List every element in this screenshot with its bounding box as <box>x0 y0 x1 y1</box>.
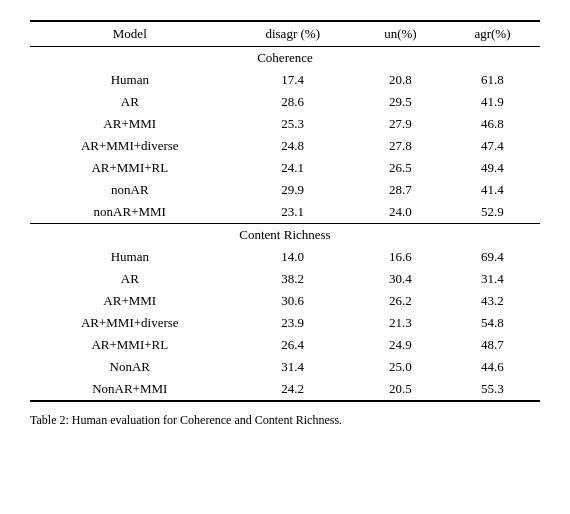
table-row: NonAR+MMI24.220.555.3 <box>30 378 540 401</box>
col-un: un(%) <box>356 21 445 47</box>
results-table: Model disagr (%) un(%) agr(%) CoherenceH… <box>30 20 540 402</box>
table-row: AR28.629.541.9 <box>30 91 540 113</box>
table-container: Model disagr (%) un(%) agr(%) CoherenceH… <box>30 20 540 429</box>
table-row: AR+MMI+RL26.424.948.7 <box>30 334 540 356</box>
col-model: Model <box>30 21 230 47</box>
table-row: AR38.230.431.4 <box>30 268 540 290</box>
table-row: AR+MMI+diverse24.827.847.4 <box>30 135 540 157</box>
table-row: Human14.016.669.4 <box>30 246 540 268</box>
table-row: NonAR31.425.044.6 <box>30 356 540 378</box>
content-richness-header: Content Richness <box>30 224 540 247</box>
table-caption: Table 2: Human evaluation for Coherence … <box>30 412 540 429</box>
table-row: AR+MMI+diverse23.921.354.8 <box>30 312 540 334</box>
table-row: nonAR+MMI23.124.052.9 <box>30 201 540 224</box>
col-agr: agr(%) <box>445 21 540 47</box>
table-row: AR+MMI25.327.946.8 <box>30 113 540 135</box>
table-row: AR+MMI30.626.243.2 <box>30 290 540 312</box>
table-row: AR+MMI+RL24.126.549.4 <box>30 157 540 179</box>
coherence-header: Coherence <box>30 47 540 70</box>
table-row: Human17.420.861.8 <box>30 69 540 91</box>
col-disagr: disagr (%) <box>230 21 356 47</box>
table-row: nonAR29.928.741.4 <box>30 179 540 201</box>
